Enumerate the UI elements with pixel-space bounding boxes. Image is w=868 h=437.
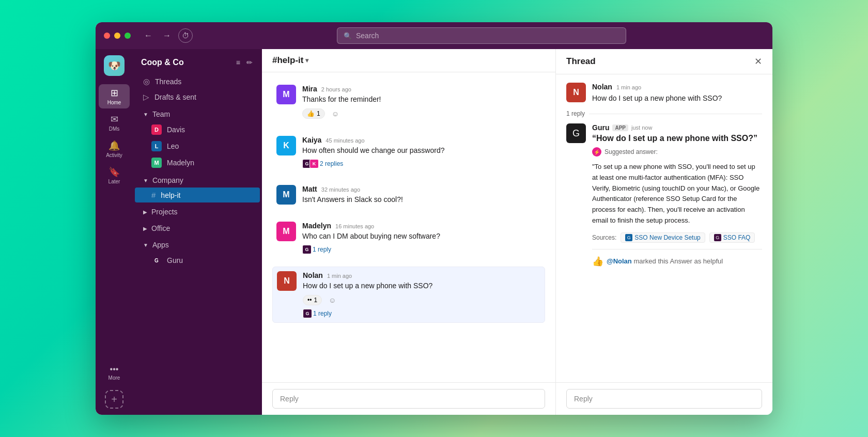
chevron-right-icon-projects: ▶ xyxy=(143,209,147,215)
nolan-replies-link[interactable]: G 1 reply xyxy=(303,309,540,318)
back-button[interactable]: ← xyxy=(141,28,156,43)
guru-response-name: Guru xyxy=(592,123,609,132)
nolan-message-item: N Nolan 1 min ago How do I set up a new … xyxy=(272,267,545,323)
sidebar-item-guru[interactable]: G Guru xyxy=(135,252,260,269)
workspace-name[interactable]: Coop & Co xyxy=(141,58,184,67)
sidebar-item-davis[interactable]: D Davis xyxy=(135,121,260,138)
threads-label: Threads xyxy=(155,77,181,86)
guru-answer-text: "To set up a new phone with SSO, you'll … xyxy=(592,162,762,226)
mira-message-content: Mira 2 hours ago Thanks for the reminder… xyxy=(302,85,541,119)
reply-avatar-k: K xyxy=(309,159,319,168)
davis-avatar: D xyxy=(151,124,162,135)
rail-item-later[interactable]: 🔖 Later xyxy=(99,163,130,188)
sources-label: Sources: xyxy=(592,234,616,241)
icon-rail: 🐶 ⊞ Home ✉ DMs 🔔 Activity 🔖 Later ••• Mo… xyxy=(96,49,133,415)
rail-item-activity[interactable]: 🔔 Activity xyxy=(99,137,130,161)
activity-icon: 🔔 xyxy=(109,140,120,151)
sidebar-item-help-it[interactable]: # help-it xyxy=(135,188,260,202)
sidebar-group-header-team[interactable]: ▼ Team xyxy=(135,107,260,121)
rail-activity-label: Activity xyxy=(106,152,122,158)
sidebar-item-threads[interactable]: ◎ Threads xyxy=(135,74,260,89)
thumbs-reaction[interactable]: 👍 1 xyxy=(302,108,325,119)
nolan-avatar: N xyxy=(277,271,297,291)
thread-original-text: How do I set up a new phone with SSO? xyxy=(592,93,722,104)
thread-reply-input[interactable]: Reply xyxy=(566,389,762,409)
guru-label: Guru xyxy=(167,256,183,264)
helpful-user[interactable]: @Nolan xyxy=(607,257,632,265)
channel-reply-input[interactable]: Reply xyxy=(272,389,545,409)
drafts-icon: ▷ xyxy=(143,92,149,102)
minimize-traffic-light[interactable] xyxy=(114,33,120,39)
channel-name: #help-it xyxy=(272,55,303,66)
madelyn-avatar: M xyxy=(151,158,162,168)
thread-header: Thread ✕ xyxy=(556,49,772,74)
guru-response-header: Guru APP just now xyxy=(592,123,762,132)
sidebar-item-madelyn[interactable]: M Madelyn xyxy=(135,154,260,171)
sidebar-group-projects: ▶ Projects xyxy=(133,205,262,219)
forward-button[interactable]: → xyxy=(160,28,174,43)
history-button[interactable]: ⏱ xyxy=(178,28,193,43)
sidebar-header-icons: ≡ ✏ xyxy=(235,57,254,68)
sources-row: Sources: G SSO New Device Setup G SSO FA… xyxy=(592,232,762,243)
suggested-answer-label: ⚡ Suggested answer: xyxy=(592,147,762,157)
leo-label: Leo xyxy=(167,142,179,150)
thread-original-author: Nolan xyxy=(592,83,612,91)
add-reaction-button[interactable]: ☺ xyxy=(328,108,343,119)
message-item: M Matt 32 minutes ago Isn't Answers in S… xyxy=(272,181,545,209)
rail-item-dms[interactable]: ✉ DMs xyxy=(99,111,130,135)
maximize-traffic-light[interactable] xyxy=(125,33,131,39)
kaiya-message-content: Kaiya 45 minutes ago How often should we… xyxy=(302,136,541,168)
davis-label: Davis xyxy=(167,126,185,134)
search-input[interactable] xyxy=(356,32,619,40)
kaiya-replies-link[interactable]: G K 2 replies xyxy=(302,159,541,168)
madelyn-reply-avatars: G xyxy=(302,245,309,254)
workspace-icon[interactable]: 🐶 xyxy=(104,55,125,76)
chevron-right-icon-office: ▶ xyxy=(143,226,147,231)
madelyn-replies-link[interactable]: G 1 reply xyxy=(302,245,541,254)
helpful-text: @Nolan marked this Answer as helpful xyxy=(607,257,723,265)
sidebar-group-header-projects[interactable]: ▶ Projects xyxy=(135,205,260,219)
kaiya-avatar: K xyxy=(276,136,296,155)
message-item: M Madelyn 16 minutes ago Who can I DM ab… xyxy=(272,217,545,258)
add-workspace-button[interactable]: + xyxy=(105,390,123,409)
nolan-reactions: •• 1 ☺ xyxy=(303,294,540,306)
nav-arrows: ← → ⏱ xyxy=(141,28,193,43)
rail-item-home[interactable]: ⊞ Home xyxy=(99,84,130,108)
sidebar-group-header-company[interactable]: ▼ Company xyxy=(135,173,260,188)
guru-response-time: just now xyxy=(631,124,652,131)
source-chip-icon-2: G xyxy=(714,234,721,241)
dots-reaction[interactable]: •• 1 xyxy=(303,295,322,305)
matt-author: Matt xyxy=(302,185,317,193)
close-traffic-light[interactable] xyxy=(104,33,110,39)
more-icon: ••• xyxy=(110,365,119,374)
home-icon: ⊞ xyxy=(111,87,118,99)
sidebar-item-leo[interactable]: L Leo xyxy=(135,138,260,154)
nolan-msg-header: Nolan 1 min ago xyxy=(303,271,540,279)
message-item: K Kaiya 45 minutes ago How often should … xyxy=(272,132,545,173)
sidebar-item-drafts[interactable]: ▷ Drafts & sent xyxy=(135,89,260,105)
rail-item-more[interactable]: ••• More xyxy=(104,362,125,384)
guru-response: G Guru APP just now “How do I set up a n… xyxy=(566,123,762,267)
sidebar-group-header-office[interactable]: ▶ Office xyxy=(135,221,260,236)
reply-count-text: 1 reply xyxy=(566,110,585,117)
add-reaction-button-nolan[interactable]: ☺ xyxy=(325,294,339,306)
close-thread-button[interactable]: ✕ xyxy=(754,57,762,66)
sidebar-group-header-apps[interactable]: ▼ Apps xyxy=(135,238,260,252)
channel-reply-area: Reply xyxy=(262,382,555,415)
channel-title[interactable]: #help-it ▾ xyxy=(272,55,308,66)
app-window: ← → ⏱ 🔍 🐶 ⊞ Home ✉ DMs 🔔 Activity xyxy=(96,22,772,415)
thumbs-up-icon: 👍 xyxy=(592,256,603,267)
source-chip-sso-faq[interactable]: G SSO FAQ xyxy=(709,232,755,243)
chevron-down-icon-apps: ▼ xyxy=(143,242,148,248)
edit-button[interactable]: ✏ xyxy=(245,57,254,68)
thread-original-time: 1 min ago xyxy=(616,84,641,90)
matt-msg-header: Matt 32 minutes ago xyxy=(302,185,541,193)
sidebar-group-apps: ▼ Apps G Guru xyxy=(133,238,262,269)
source-chip-sso-setup[interactable]: G SSO New Device Setup xyxy=(621,232,705,243)
thread-reply-area: Reply xyxy=(556,382,772,415)
search-bar: 🔍 xyxy=(337,27,626,44)
thread-original-header: Nolan 1 min ago xyxy=(592,83,722,91)
search-input-wrap[interactable]: 🔍 xyxy=(337,27,626,44)
filter-button[interactable]: ≡ xyxy=(235,57,241,68)
traffic-lights xyxy=(104,33,131,39)
